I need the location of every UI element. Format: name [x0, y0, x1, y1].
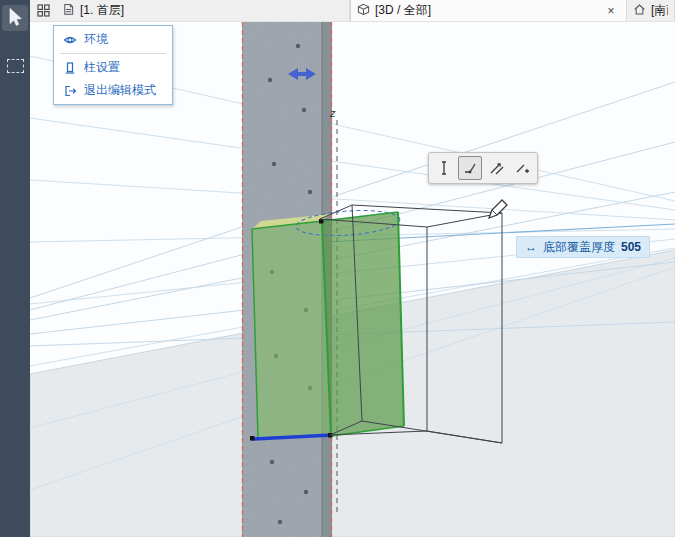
z-axis-label: z	[329, 107, 336, 119]
tab-label: [3D / 全部]	[375, 2, 431, 19]
pet-palette-option-4[interactable]	[510, 156, 534, 180]
stretch-icon	[488, 160, 504, 176]
tab-3d-all[interactable]: [3D / 全部] ×	[350, 0, 627, 21]
exit-edit-mode-icon	[63, 84, 77, 98]
tab-first-floor[interactable]: [1. 首层]	[56, 0, 350, 21]
eye-icon	[63, 33, 77, 47]
pet-palette	[428, 152, 538, 184]
polyline-corner-icon	[462, 160, 478, 176]
menu-item-label: 退出编辑模式	[84, 82, 156, 99]
straight-segment-icon	[436, 160, 452, 176]
menu-item-environment[interactable]: 环境	[54, 28, 172, 51]
info-tag-label: 底部覆盖厚度	[543, 239, 615, 256]
column-icon	[63, 61, 77, 75]
quick-options-button[interactable]	[30, 0, 56, 21]
pet-palette-option-3[interactable]	[484, 156, 508, 180]
menu-item-label: 柱设置	[84, 59, 120, 76]
tab-label: [南面	[651, 2, 668, 19]
tab-bar: [1. 首层] [3D / 全部] ×	[30, 0, 675, 22]
toolbox-sidebar	[0, 0, 30, 537]
close-tab-icon[interactable]: ×	[602, 4, 620, 18]
tab-label: [1. 首层]	[80, 2, 124, 19]
tab-south-elevation[interactable]: [南面	[627, 0, 675, 21]
floor-plan-icon	[62, 3, 75, 19]
stretch-add-icon	[514, 160, 530, 176]
selection-box-green[interactable]	[250, 207, 404, 440]
pet-palette-option-1[interactable]	[432, 156, 456, 180]
marquee-select-icon	[7, 59, 24, 73]
menu-item-exit-edit-mode[interactable]: 退出编辑模式	[54, 79, 172, 102]
arrow-cursor-icon	[5, 7, 25, 30]
elevation-icon	[633, 3, 646, 19]
info-tag-value: 505	[621, 240, 641, 254]
double-arrow-icon: ↔	[525, 240, 537, 254]
quick-options-icon	[37, 4, 50, 17]
application-window: [1. 首层] [3D / 全部] ×	[0, 0, 675, 537]
edit-context-menu: 环境 柱设置 退出编辑模式	[53, 25, 173, 105]
info-tag-bottom-cover: ↔ 底部覆盖厚度 505	[516, 236, 650, 258]
menu-item-column-settings[interactable]: 柱设置	[54, 56, 172, 79]
menu-separator	[60, 53, 166, 54]
menu-item-label: 环境	[84, 31, 108, 48]
arrow-tool-button[interactable]	[2, 5, 28, 31]
pet-palette-option-2[interactable]	[458, 156, 482, 180]
cube-3d-icon	[357, 3, 370, 19]
marquee-tool-button[interactable]	[2, 53, 28, 79]
